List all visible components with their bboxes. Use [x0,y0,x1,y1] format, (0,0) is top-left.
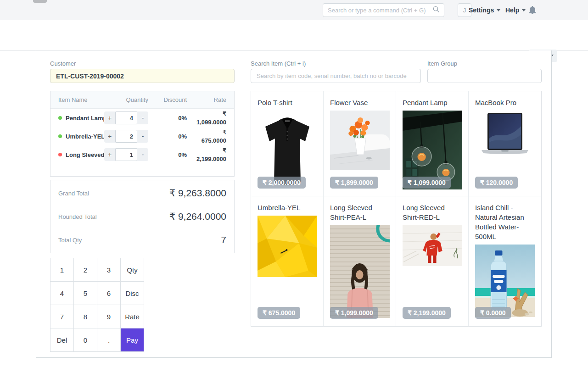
total-qty-label: Total Qty [58,237,82,244]
product-name: Umbrella-YEL [258,203,317,212]
product-price: ₹ 2,000.0000 [258,177,306,189]
column-quantity: Quantity [104,96,148,103]
currency-symbol: ₹ [223,111,226,117]
quantity-stepper: + - [104,148,148,161]
item-group-input[interactable] [427,69,542,83]
pay-button[interactable]: Pay [121,328,144,352]
decrease-qty-button[interactable]: - [137,130,148,143]
help-menu[interactable]: Help [505,0,526,20]
chevron-down-icon [497,9,500,11]
product-card-macbook-pro[interactable]: MacBook Pro ₹ 120.0000 [469,91,541,196]
increase-qty-button[interactable]: + [104,111,115,124]
search-item-label: Search Item (Ctrl + i) [251,60,306,67]
rounded-total-value: ₹ 9,264.0000 [169,211,226,222]
decrease-qty-button[interactable]: - [137,111,148,124]
product-card-flower-vase[interactable]: Flower Vase ₹ 1,899.0000 [324,91,396,196]
numpad-key-8[interactable]: 8 [74,305,97,328]
product-name: Pendant Lamp [403,98,462,107]
product-image-macbook-pro [475,111,535,158]
cart-row[interactable]: Pendant Lamp + - 0% ₹1,099.0000 [50,109,234,127]
currency-symbol: ₹ [223,129,226,135]
product-card-umbrella-yel[interactable]: Umbrella-YEL ₹ 675.0000 [251,196,324,326]
product-price: ₹ 1,099.0000 [330,307,378,319]
product-image-flower-vase [330,111,390,170]
product-card-polo-t-shirt[interactable]: Polo T-shirt ₹ 2,000.0000 [251,91,324,196]
notifications-bell-icon[interactable] [529,6,536,16]
numpad-key-3[interactable]: 3 [97,258,121,282]
grand-total-label: Grand Total [58,190,89,197]
decrease-qty-button[interactable]: - [137,148,148,161]
global-search-input[interactable] [328,7,433,14]
numpad: 1 2 3 Qty 4 5 6 Disc 7 8 9 Rate Del 0 . … [50,258,144,352]
cart-item-name: Pendant Lamp [66,115,104,122]
product-card-long-sleeved-shirt-pea-l[interactable]: Long Sleeved Shirt-PEA-L ₹ 1,099.0000 [324,196,396,326]
increase-qty-button[interactable]: + [104,130,115,143]
rounded-total-row: Rounded Total ₹ 9,264.0000 [58,211,226,222]
cart-item-name: Long Sleeved Shirt-RED-L [66,151,104,158]
chevron-down-icon [522,9,526,11]
product-card-island-chill-water[interactable]: Island Chill - Natural Artesian Bottled … [469,196,541,326]
numpad-key-rate[interactable]: Rate [121,305,144,328]
numpad-key-dot[interactable]: . [97,328,121,352]
search-item-input[interactable] [251,69,421,83]
qty-input[interactable] [115,111,137,124]
page-header: Point of Sale Online Menu [0,20,588,50]
customer-field[interactable] [50,69,235,83]
product-image-umbrella-yel [258,216,317,277]
product-price: ₹ 0.0000 [475,307,511,319]
product-name: Polo T-shirt [258,98,317,107]
app-logo[interactable] [33,0,47,3]
numpad-key-2[interactable]: 2 [74,258,97,282]
numpad-key-1[interactable]: 1 [50,258,74,282]
product-image-long-sleeved-shirt-red-l [403,225,462,266]
numpad-key-4[interactable]: 4 [50,282,74,305]
column-item-name: Item Name [58,96,104,103]
help-label: Help [505,6,519,14]
cart-row[interactable]: Long Sleeved Shirt-RED-L + - 0% ₹2,199.0… [50,145,234,164]
product-grid: Polo T-shirt ₹ 2,000.0000 Flower Vase [251,91,542,327]
numpad-key-5[interactable]: 5 [74,282,97,305]
rounded-total-label: Rounded Total [58,213,97,220]
product-image-island-chill-water [475,245,535,317]
stock-status-dot [58,153,62,156]
rate-value: 1,099.0000 [196,119,226,126]
cart-item-rate: ₹675.0000 [187,128,226,145]
numpad-key-0[interactable]: 0 [74,328,97,352]
numpad-key-7[interactable]: 7 [50,305,74,328]
numpad-key-qty[interactable]: Qty [121,258,144,282]
numpad-key-del[interactable]: Del [50,328,74,352]
product-price: ₹ 2,199.0000 [403,307,451,319]
numpad-key-9[interactable]: 9 [97,305,121,328]
increase-qty-button[interactable]: + [104,148,115,161]
settings-menu[interactable]: Settings [469,0,500,20]
product-price: ₹ 675.0000 [258,307,300,319]
rate-value: 675.0000 [202,137,226,144]
product-name: Island Chill - Natural Artesian Bottled … [475,203,535,241]
stock-status-dot [58,116,62,120]
numpad-key-disc[interactable]: Disc [121,282,144,305]
cart-item-discount: 0% [148,151,187,158]
stock-status-dot [58,134,62,138]
global-search[interactable] [323,3,444,17]
cart-totals: Grand Total ₹ 9,263.8000 Rounded Total ₹… [50,180,235,253]
quantity-stepper: + - [104,130,148,143]
numpad-key-6[interactable]: 6 [97,282,121,305]
product-name: Flower Vase [330,98,389,107]
product-image-long-sleeved-shirt-pea-l [330,225,390,318]
total-qty-value: 7 [221,234,226,245]
cart-item-discount: 0% [148,115,187,122]
product-name: Long Sleeved Shirt-PEA-L [330,203,389,222]
column-discount: Discount [148,96,187,103]
customer-label: Customer [50,60,76,67]
product-name: Long Sleeved Shirt-RED-L [403,203,462,222]
product-card-long-sleeved-shirt-red-l[interactable]: Long Sleeved Shirt-RED-L ₹ 2,199.0000 [396,196,469,326]
cart-row[interactable]: Umbrella-YEL + - 0% ₹675.0000 [50,127,234,145]
qty-input[interactable] [115,130,137,143]
cart-item-discount: 0% [148,133,187,140]
grand-total-value: ₹ 9,263.8000 [169,188,226,199]
currency-symbol: ₹ [223,147,226,154]
product-card-pendant-lamp[interactable]: Pendant Lamp [396,91,469,196]
grand-total-row: Grand Total ₹ 9,263.8000 [58,188,226,199]
qty-input[interactable] [115,148,137,161]
quantity-stepper: + - [104,111,148,124]
